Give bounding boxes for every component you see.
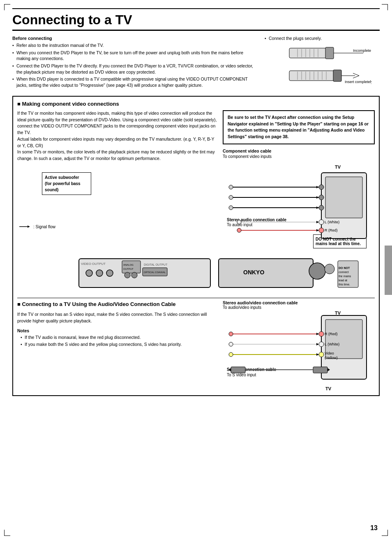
- plug-diagram-svg: Incomplete: [265, 44, 371, 91]
- complete-connector: Insert completely: [289, 70, 371, 84]
- svg-text:this time.: this time.: [339, 283, 350, 286]
- svg-point-44: [319, 220, 324, 225]
- svg-point-51: [237, 228, 241, 232]
- page-title: Connecting to a TV: [12, 12, 380, 31]
- top-rule: [12, 8, 380, 9]
- svg-rect-1: [289, 48, 326, 58]
- side-tab: [385, 246, 392, 295]
- before-connecting-section: Before connecting Refer also to the inst…: [12, 36, 380, 90]
- svg-point-92: [229, 352, 233, 357]
- stereo-av-sub: To audio/video inputs: [223, 305, 375, 310]
- svg-text:(Yellow): (Yellow): [325, 356, 338, 360]
- svg-point-80: [319, 331, 324, 336]
- svg-text:the mains: the mains: [339, 275, 351, 278]
- svg-marker-41: [316, 206, 319, 209]
- svg-rect-100: [313, 367, 327, 373]
- svg-marker-95: [316, 353, 319, 356]
- svg-marker-49: [316, 221, 319, 223]
- subwoofer-label: Active subwoofer (for powerful bass soun…: [42, 172, 91, 195]
- svg-text:Video: Video: [325, 351, 334, 355]
- svg-text:TV: TV: [335, 311, 341, 315]
- svg-point-62: [125, 272, 130, 278]
- component-layout: If the TV or monitor has component video…: [17, 110, 375, 248]
- svg-line-23: [353, 76, 359, 78]
- stereo-av-label: Stereo audio/video connection cable: [223, 300, 375, 305]
- svg-text:R (Red): R (Red): [325, 332, 338, 336]
- svg-point-56: [86, 270, 92, 276]
- bc-left: Before connecting Refer also to the inst…: [12, 36, 256, 90]
- av-section: Connecting to a TV Using the Audio/Video…: [17, 300, 375, 391]
- bc-bullet-right-1: • Connect the plugs securely.: [265, 36, 380, 41]
- component-section-title: Making component video connections: [17, 101, 375, 107]
- svg-marker-90: [316, 343, 319, 345]
- svg-point-47: [237, 220, 241, 224]
- svg-marker-40: [316, 196, 319, 199]
- tv-label-bottom: TV: [325, 386, 375, 391]
- svg-text:DO NOT: DO NOT: [339, 267, 350, 269]
- notes-title: Notes: [17, 328, 219, 334]
- svg-rect-8: [325, 47, 334, 59]
- svg-text:DIGITAL OUTPUT: DIGITAL OUTPUT: [144, 263, 168, 266]
- svg-rect-28: [325, 177, 362, 218]
- component-cable-sub: To component video inputs: [223, 154, 375, 159]
- notes-list: If the TV audio is monaural, leave the r…: [17, 334, 219, 348]
- svg-point-69: [309, 263, 325, 279]
- svg-text:OPTICAL COAXIAL: OPTICAL COAXIAL: [144, 271, 166, 273]
- plug-diagram: Incomplete: [265, 44, 371, 89]
- bc-bullets-left: Refer also to the instruction manual of …: [12, 42, 256, 88]
- svg-rect-59: [122, 261, 141, 273]
- av-left: Connecting to a TV Using the Audio/Video…: [17, 300, 219, 391]
- svg-marker-26: [28, 225, 30, 228]
- svg-rect-11: [289, 71, 334, 81]
- svg-point-31: [319, 195, 324, 200]
- svg-text:Incomplete: Incomplete: [353, 49, 371, 53]
- svg-rect-20: [333, 70, 341, 81]
- svg-line-22: [353, 73, 359, 76]
- av-right: Stereo audio/video connection cable To a…: [223, 300, 375, 391]
- note-2: If you make both the S video and the yel…: [21, 341, 219, 348]
- svg-text:L (White): L (White): [325, 342, 339, 346]
- svg-point-45: [319, 228, 324, 233]
- svg-text:OUTPUT: OUTPUT: [123, 268, 134, 270]
- svg-point-63: [131, 272, 137, 278]
- svg-text:Stereo audio connection cable: Stereo audio connection cable: [227, 218, 286, 222]
- av-diagram-svg: TV R (Red) L (White) Vide: [223, 311, 371, 385]
- svg-point-36: [229, 195, 233, 199]
- signal-arrow: [19, 225, 32, 229]
- svg-point-81: [319, 342, 324, 347]
- svg-text:R (Red): R (Red): [325, 228, 338, 232]
- page-number: 13: [370, 524, 378, 532]
- svg-rect-67: [219, 259, 313, 287]
- svg-point-70: [325, 264, 334, 274]
- corner-mark-br: [382, 530, 388, 536]
- bc-bullet-1: Refer also to the instruction manual of …: [12, 42, 256, 49]
- svg-marker-39: [316, 186, 319, 188]
- svg-marker-86: [316, 333, 319, 335]
- bc-bullet-4: When this DVD player is connected to a T…: [12, 76, 256, 88]
- svg-text:L (White): L (White): [325, 220, 339, 224]
- svg-point-84: [229, 332, 233, 336]
- svg-text:To S video input: To S video input: [227, 373, 256, 377]
- av-title: Connecting to a TV Using the Audio/Video…: [17, 300, 219, 308]
- component-left: If the TV or monitor has component video…: [17, 110, 219, 248]
- svg-text:VIDEO OUTPUT: VIDEO OUTPUT: [81, 262, 106, 266]
- divider: [17, 298, 375, 298]
- component-right: Be sure to set the TV Aspect after conne…: [223, 110, 375, 248]
- main-content-box: Making component video connections If th…: [12, 96, 380, 396]
- corner-mark-tl: [4, 4, 10, 10]
- svg-point-34: [229, 185, 233, 189]
- svg-point-38: [229, 206, 233, 210]
- svg-point-32: [319, 205, 324, 210]
- dvd-device-diagram: VIDEO OUTPUT ANALOG OUTPUT DIGITAL OUTPU…: [17, 250, 375, 296]
- subwoofer-area: Active subwoofer (for powerful bass soun…: [17, 168, 219, 234]
- svg-rect-98: [231, 367, 245, 373]
- svg-point-88: [229, 342, 233, 346]
- component-diagram: Component video cable To component video…: [223, 148, 375, 243]
- corner-mark-bl: [4, 530, 10, 536]
- svg-text:ANALOG: ANALOG: [123, 264, 134, 266]
- svg-point-30: [319, 185, 324, 190]
- svg-text:Insert completely: Insert completely: [345, 80, 371, 84]
- svg-marker-53: [316, 229, 319, 232]
- svg-point-57: [96, 270, 103, 276]
- bc-bullet-3: Connect the DVD Player to the TV directl…: [12, 63, 256, 75]
